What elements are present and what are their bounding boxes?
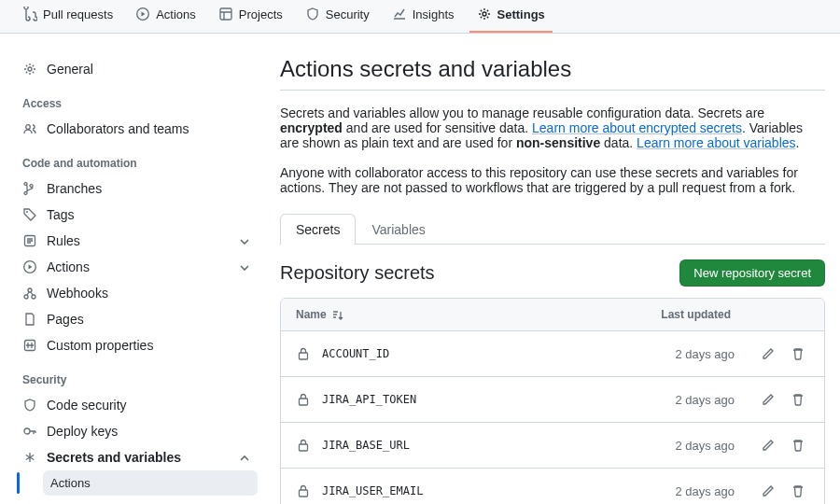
lock-icon xyxy=(296,438,311,453)
play-icon xyxy=(22,259,37,274)
tab-settings[interactable]: Settings xyxy=(469,0,553,33)
tab-security[interactable]: Security xyxy=(298,0,377,33)
chevron-up-icon xyxy=(237,451,250,464)
people-icon xyxy=(22,121,37,136)
repo-secrets-heading: Repository secrets xyxy=(280,262,435,284)
sidebar-sub-actions[interactable]: Actions xyxy=(43,470,258,496)
repo-nav: Pull requests Actions Projects Security … xyxy=(0,0,840,34)
tab-actions[interactable]: Actions xyxy=(128,0,203,33)
sidebar-item-webhooks[interactable]: Webhooks xyxy=(15,280,258,306)
delete-secret-button[interactable] xyxy=(787,343,809,365)
sidebar-sub-codespaces[interactable]: Codespaces xyxy=(43,496,258,504)
webhook-icon xyxy=(22,286,37,301)
new-repository-secret-button[interactable]: New repository secret xyxy=(679,259,825,287)
sidebar-item-pages[interactable]: Pages xyxy=(15,306,258,332)
key-icon xyxy=(22,424,37,439)
rules-icon xyxy=(22,233,37,248)
tab-insights[interactable]: Insights xyxy=(385,0,462,33)
page-title: Actions secrets and variables xyxy=(280,56,825,91)
sidebar-item-branches[interactable]: Branches xyxy=(15,175,258,202)
sidebar-group-access: Access xyxy=(15,82,258,116)
link-learn-secrets[interactable]: Learn more about encrypted secrets xyxy=(532,120,742,135)
tab-pull-requests[interactable]: Pull requests xyxy=(15,0,120,33)
secret-updated: 2 days ago xyxy=(675,393,735,407)
secret-name: ACCOUNT_ID xyxy=(322,347,389,360)
sidebar-item-secrets-variables[interactable]: Secrets and variables xyxy=(15,444,258,470)
chevron-down-icon xyxy=(237,260,250,273)
main-content: Actions secrets and variables Secrets an… xyxy=(280,56,825,504)
asterisk-icon xyxy=(22,450,37,465)
tab-projects[interactable]: Projects xyxy=(211,0,290,33)
sidebar-item-custom-properties[interactable]: Custom properties xyxy=(15,332,258,358)
link-learn-variables[interactable]: Learn more about variables xyxy=(637,135,795,150)
sidebar-item-deploy-keys[interactable]: Deploy keys xyxy=(15,418,258,444)
sidebar-item-code-security[interactable]: Code security xyxy=(15,392,258,418)
lock-icon xyxy=(296,483,311,498)
tag-icon xyxy=(22,207,37,222)
delete-secret-button[interactable] xyxy=(787,434,809,456)
branch-icon xyxy=(22,181,37,196)
tab-secrets[interactable]: Secrets xyxy=(280,214,356,245)
secret-updated: 2 days ago xyxy=(675,347,735,361)
page-icon xyxy=(22,312,37,327)
sidebar-group-code: Code and automation xyxy=(15,142,258,175)
sidebar-item-tags[interactable]: Tags xyxy=(15,202,258,228)
column-name[interactable]: Name xyxy=(296,308,343,321)
secret-row: JIRA_BASE_URL2 days ago xyxy=(281,423,824,469)
edit-secret-button[interactable] xyxy=(757,434,779,456)
secret-updated: 2 days ago xyxy=(675,484,735,498)
description-2: Anyone with collaborator access to this … xyxy=(280,165,825,195)
sidebar-group-security: Security xyxy=(15,358,258,392)
tab-variables[interactable]: Variables xyxy=(356,214,441,245)
sidebar-item-rules[interactable]: Rules xyxy=(15,228,258,254)
secret-updated: 2 days ago xyxy=(675,439,735,453)
secret-row: ACCOUNT_ID2 days ago xyxy=(281,331,824,377)
lock-icon xyxy=(296,346,311,361)
chevron-down-icon xyxy=(237,234,250,247)
sidebar-item-actions[interactable]: Actions xyxy=(15,254,258,280)
column-last-updated: Last updated xyxy=(661,308,731,321)
delete-secret-button[interactable] xyxy=(787,480,809,502)
secret-name: JIRA_BASE_URL xyxy=(322,439,410,452)
sidebar-item-collaborators[interactable]: Collaborators and teams xyxy=(15,116,258,142)
edit-secret-button[interactable] xyxy=(757,388,779,411)
description-1: Secrets and variables allow you to manag… xyxy=(280,105,825,150)
secrets-variables-tabs: Secrets Variables xyxy=(280,214,825,245)
secret-name: JIRA_API_TOKEN xyxy=(322,393,416,406)
sort-icon xyxy=(330,308,343,321)
secret-row: JIRA_USER_EMAIL2 days ago xyxy=(281,469,824,504)
secrets-table: Name Last updated ACCOUNT_ID2 days agoJI… xyxy=(280,298,825,504)
secret-name: JIRA_USER_EMAIL xyxy=(322,484,423,497)
settings-sidebar: General Access Collaborators and teams C… xyxy=(15,56,258,504)
secret-row: JIRA_API_TOKEN2 days ago xyxy=(281,377,824,423)
gear-icon xyxy=(22,62,37,77)
custom-icon xyxy=(22,338,37,353)
lock-icon xyxy=(296,392,311,407)
shield-icon xyxy=(22,398,37,413)
delete-secret-button[interactable] xyxy=(787,388,809,411)
edit-secret-button[interactable] xyxy=(757,343,779,365)
edit-secret-button[interactable] xyxy=(757,480,779,502)
sidebar-item-general[interactable]: General xyxy=(15,56,258,82)
